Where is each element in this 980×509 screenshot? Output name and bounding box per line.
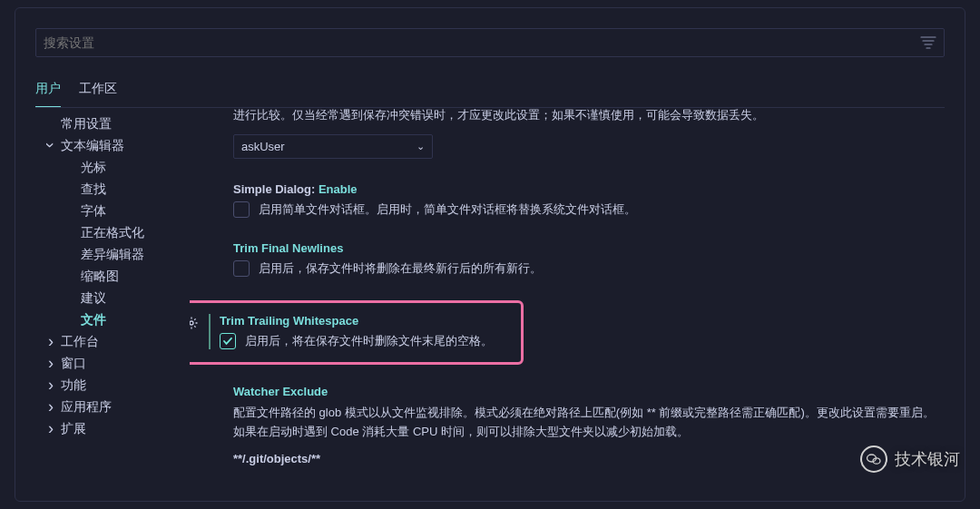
tree-diff-editor[interactable]: 差异编辑器 (35, 244, 190, 266)
trim-final-checkbox[interactable] (233, 260, 250, 277)
chevron-right-icon (44, 380, 57, 392)
setting-watcher-exclude-title: Watcher Exclude (233, 385, 937, 398)
tree-minimap[interactable]: 缩略图 (35, 266, 190, 288)
setting-simple-dialog-title: Simple Dialog: Enable (233, 182, 937, 196)
chevron-right-icon (44, 358, 57, 370)
select-value: askUser (241, 140, 285, 153)
trim-trailing-checkbox[interactable] (220, 333, 236, 349)
settings-content: 进行比较。仅当经常遇到保存冲突错误时，才应更改此设置；如果不谨慎使用，可能会导致… (190, 106, 945, 501)
tree-text-editor[interactable]: 文本编辑器 (35, 135, 190, 157)
tree-formatting[interactable]: 正在格式化 (35, 222, 190, 244)
wechat-icon (860, 445, 887, 473)
settings-window: 用户 工作区 常用设置 文本编辑器 光标 查找 字体 正在格式化 差异编辑器 缩… (15, 7, 965, 502)
tree-extensions[interactable]: 扩展 (35, 418, 190, 440)
tree-files[interactable]: 文件 (35, 309, 190, 331)
tab-workspace[interactable]: 工作区 (79, 73, 117, 107)
setting-trim-final-row: 启用后，保存文件时将删除在最终新行后的所有新行。 (233, 260, 937, 277)
simple-dialog-label: 启用简单文件对话框。启用时，简单文件对话框将替换系统文件对话框。 (259, 201, 636, 218)
tree-font[interactable]: 字体 (35, 201, 190, 222)
setting-watcher-exclude-desc: 配置文件路径的 glob 模式以从文件监视排除。模式必须在绝对路径上匹配(例如 … (233, 404, 937, 442)
simple-dialog-checkbox[interactable] (233, 201, 250, 218)
setting-trim-final-title: Trim Final Newlines (233, 241, 937, 255)
chevron-right-icon (44, 424, 57, 436)
tab-user[interactable]: 用户 (35, 73, 61, 107)
settings-scope-tabs: 用户 工作区 (35, 73, 945, 108)
setting-trim-trailing-title: Trim Trailing Whitespace (220, 314, 512, 328)
setting-watcher-exclude-pattern: **/.git/objects/** (233, 452, 937, 465)
watermark-text: 技术银河 (895, 448, 960, 470)
tree-find[interactable]: 查找 (35, 179, 190, 201)
chevron-down-icon (44, 141, 57, 152)
setting-simple-dialog-row: 启用简单文件对话框。启用时，简单文件对话框将替换系统文件对话框。 (233, 201, 937, 218)
tree-suggestions[interactable]: 建议 (35, 288, 190, 309)
chevron-down-icon: ⌄ (416, 141, 425, 152)
modified-indicator (209, 314, 211, 349)
setting-trim-trailing-highlight: Trim Trailing Whitespace 启用后，将在保存文件时删除文件… (190, 300, 524, 365)
svg-point-0 (190, 321, 193, 325)
settings-body: 常用设置 文本编辑器 光标 查找 字体 正在格式化 差异编辑器 缩略图 建议 文… (35, 106, 945, 501)
watermark: 技术银河 (860, 445, 960, 473)
setting-conflict-select[interactable]: askUser ⌄ (233, 134, 433, 159)
tree-common[interactable]: 常用设置 (35, 113, 190, 135)
chevron-right-icon (44, 337, 57, 348)
setting-trim-trailing-row: 启用后，将在保存文件时删除文件末尾的空格。 (220, 333, 512, 349)
filter-icon[interactable] (920, 36, 936, 49)
trim-trailing-label: 启用后，将在保存文件时删除文件末尾的空格。 (245, 333, 493, 349)
chevron-right-icon (44, 402, 57, 414)
tree-application[interactable]: 应用程序 (35, 396, 190, 418)
settings-search-input[interactable] (44, 35, 920, 50)
tree-features[interactable]: 功能 (35, 375, 190, 396)
setting-conflict-desc: 进行比较。仅当经常遇到保存冲突错误时，才应更改此设置；如果不谨慎使用，可能会导致… (233, 106, 937, 125)
tree-window[interactable]: 窗口 (35, 353, 190, 375)
settings-search-bar[interactable] (35, 28, 945, 57)
tree-cursor[interactable]: 光标 (35, 157, 190, 179)
settings-category-tree: 常用设置 文本编辑器 光标 查找 字体 正在格式化 差异编辑器 缩略图 建议 文… (35, 106, 190, 501)
tree-workbench[interactable]: 工作台 (35, 331, 190, 353)
trim-final-label: 启用后，保存文件时将删除在最终新行后的所有新行。 (259, 260, 542, 277)
gear-icon[interactable] (190, 314, 201, 330)
